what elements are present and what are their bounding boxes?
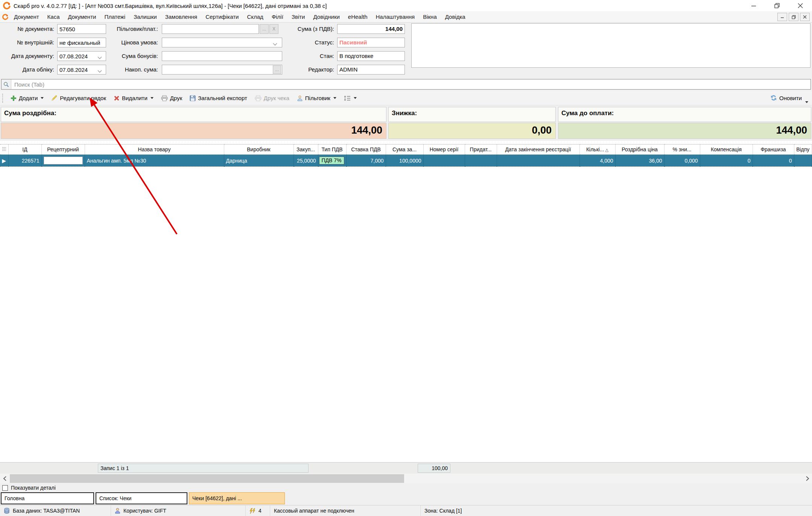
doc-date-field[interactable] — [57, 51, 106, 61]
scrollbar-thumb[interactable] — [10, 474, 404, 483]
column-header-registration-end-date[interactable]: Дата закінчення реєстрації — [497, 145, 579, 155]
menu-item-sklad[interactable]: Склад — [243, 12, 267, 21]
export-button[interactable]: Загальний експорт — [187, 93, 250, 103]
cell-prescription[interactable] — [41, 155, 85, 167]
column-header-id[interactable]: ІД — [8, 145, 41, 155]
table-row[interactable]: ▶ 226571 Анальгин амп. 5мл №30 Дарница 2… — [0, 155, 812, 167]
cell-quantity[interactable]: 4,000 — [579, 155, 615, 167]
cell-vat-type[interactable]: ПДВ 7% — [318, 155, 346, 167]
column-header-compensation[interactable]: Компенсація — [700, 145, 753, 155]
price-condition-select[interactable] — [162, 38, 282, 47]
beneficiary-browse-button[interactable]: ... — [260, 24, 269, 34]
print-button[interactable]: Друк — [158, 93, 185, 103]
cell-product-name[interactable]: Анальгин амп. 5мл №30 — [85, 155, 224, 167]
column-header-vat-type[interactable]: Тип ПДВ — [318, 145, 346, 155]
beneficiary-field[interactable] — [162, 24, 259, 34]
delete-dropdown-icon[interactable] — [151, 97, 154, 99]
cell-id[interactable]: 226571 — [8, 155, 41, 167]
menu-item-sertyfikaty[interactable]: Сертифікати — [201, 12, 243, 21]
menu-item-dokumenty[interactable]: Документи — [64, 12, 100, 21]
cell-dispense[interactable] — [794, 155, 812, 167]
column-header-vat-rate[interactable]: Ставка ПДВ — [346, 145, 386, 155]
mdi-restore-button[interactable] — [789, 13, 798, 21]
column-header-purchase[interactable]: Закуп... — [293, 145, 318, 155]
horizontal-scrollbar[interactable] — [0, 474, 812, 483]
column-header-serial-number[interactable]: Номер серії — [423, 145, 465, 155]
cell-registration-end-date[interactable] — [497, 155, 579, 167]
menu-item-zvity[interactable]: Звіти — [287, 12, 309, 21]
close-button[interactable] — [789, 0, 812, 11]
column-header-product-name[interactable]: Назва товару — [85, 145, 224, 155]
tab-spysok-cheky[interactable]: Список: Чеки — [96, 492, 187, 504]
delete-button[interactable]: Видалити — [111, 93, 156, 103]
scroll-left-icon[interactable] — [0, 474, 9, 483]
beneficiary-clear-button[interactable]: X — [269, 24, 278, 34]
column-header-dispense[interactable]: Відпу — [794, 145, 812, 155]
accum-sum-field[interactable] — [162, 65, 282, 75]
internal-number-field[interactable] — [57, 38, 106, 47]
tab-cheky-active[interactable]: Чеки [64622], дані ... — [189, 492, 285, 504]
cell-retail-price[interactable]: 36,00 — [615, 155, 664, 167]
cell-sum-for[interactable]: 100,0000 — [386, 155, 423, 167]
column-header-validity[interactable]: Придат... — [465, 145, 497, 155]
app-window: Скарб pro v. 4.0.2.77 [ІД: ] - [Апт №003… — [0, 0, 812, 516]
search-input[interactable] — [11, 79, 810, 89]
column-header-retail-price[interactable]: Роздрібна ціна — [615, 145, 664, 155]
menu-item-ehealth[interactable]: eHealth — [344, 12, 372, 21]
column-header-manufacturer[interactable]: Виробник — [224, 145, 293, 155]
cell-vat-rate[interactable]: 7,000 — [346, 155, 386, 167]
search-bar — [1, 79, 811, 90]
bonus-sum-field[interactable] — [162, 51, 282, 61]
grid-corner-icon[interactable] — [0, 145, 8, 155]
row-height-dropdown-icon[interactable] — [354, 97, 357, 99]
database-icon — [4, 508, 10, 514]
menu-item-filii[interactable]: Філії — [268, 12, 287, 21]
refresh-dropdown-icon[interactable] — [805, 101, 808, 103]
account-date-field[interactable] — [57, 65, 106, 75]
beneficiary-button[interactable]: Пільговик — [294, 93, 339, 103]
minimize-button[interactable] — [742, 0, 765, 11]
menu-item-nalashtuvannia[interactable]: Налаштування — [372, 12, 419, 21]
scroll-right-icon[interactable] — [803, 474, 812, 483]
menu-item-kasa[interactable]: Каса — [43, 12, 64, 21]
comment-box[interactable] — [411, 23, 810, 68]
cell-compensation[interactable]: 0 — [700, 155, 753, 167]
beneficiary-label: Пільговик/плат.: — [109, 24, 158, 34]
cell-franchise[interactable]: 0 — [753, 155, 794, 167]
column-header-prescription[interactable]: Рецептурний — [41, 145, 85, 155]
cell-discount-pct[interactable]: 0,000 — [664, 155, 700, 167]
toolbar-grip[interactable] — [2, 94, 4, 103]
add-dropdown-icon[interactable] — [41, 97, 44, 99]
column-header-franchise[interactable]: Франшиза — [753, 145, 794, 155]
cell-manufacturer[interactable]: Дарница — [224, 155, 293, 167]
menu-item-platezhi[interactable]: Платежі — [100, 12, 129, 21]
menu-item-dovidnyky[interactable]: Довідники — [309, 12, 344, 21]
accum-sum-browse-button[interactable]: ... — [273, 65, 281, 74]
column-header-discount-pct[interactable]: % зни... — [664, 145, 700, 155]
cell-purchase[interactable]: 25,0000 — [293, 155, 318, 167]
restore-button[interactable] — [765, 0, 789, 11]
column-header-quantity[interactable]: Кількі...△ — [579, 145, 615, 155]
menu-item-dokument[interactable]: Документ — [10, 12, 43, 21]
mdi-minimize-button[interactable] — [777, 13, 787, 21]
menu-item-dovidka[interactable]: Довідка — [441, 12, 470, 21]
menu-item-vikna[interactable]: Вікна — [419, 12, 441, 21]
doc-number-field[interactable] — [57, 24, 106, 34]
edit-row-button[interactable]: Редагувати рядок — [49, 93, 109, 103]
mdi-close-button[interactable] — [800, 13, 810, 21]
cell-validity[interactable] — [465, 155, 497, 167]
column-total: 100,00 — [418, 464, 450, 473]
menu-item-zamovlennia[interactable]: Замовлення — [161, 12, 201, 21]
row-height-button[interactable] — [341, 94, 359, 102]
status-label: Статус: — [281, 38, 334, 47]
show-details-checkbox[interactable] — [2, 485, 8, 491]
add-button[interactable]: Додати — [8, 93, 46, 103]
tab-holovna[interactable]: Головна — [1, 492, 94, 504]
cell-serial-number[interactable] — [423, 155, 465, 167]
beneficiary-dropdown-icon[interactable] — [333, 97, 336, 99]
column-header-sum-for[interactable]: Сума за... — [386, 145, 423, 155]
refresh-button[interactable]: Оновити — [768, 93, 804, 103]
prescription-checkbox-cell[interactable] — [44, 157, 83, 164]
menu-bar: Документ Каса Документи Платежі Залишки … — [0, 11, 812, 23]
menu-item-zalyshky[interactable]: Залишки — [129, 12, 161, 21]
